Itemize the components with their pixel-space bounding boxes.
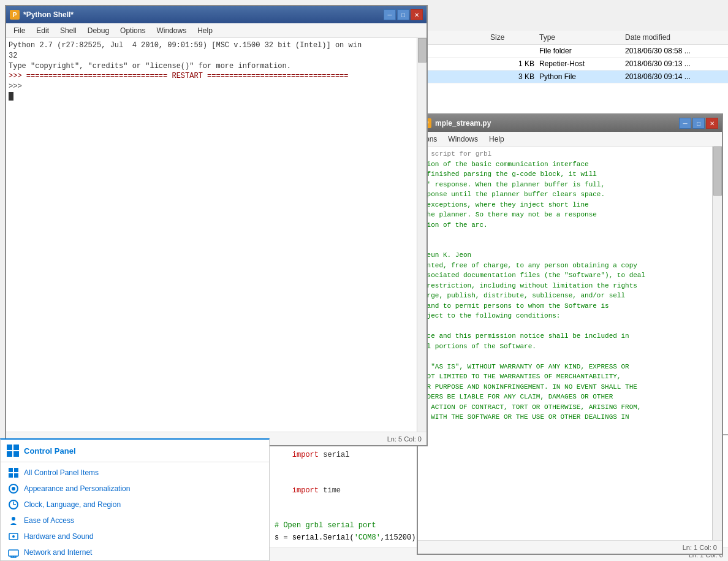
shell-restart-line: >>> ================================ RES… <box>9 71 424 82</box>
file-row-selected[interactable]: 3 KB Python File 2018/06/30 09:14 ... <box>423 71 728 83</box>
file-size-1: 1 KB <box>490 59 539 68</box>
code-editor-controls: ─ □ ✕ <box>679 118 718 129</box>
svg-rect-7 <box>14 473 18 478</box>
menu-debug[interactable]: Debug <box>83 25 114 36</box>
clock-icon <box>8 499 19 510</box>
cp-item-hardware[interactable]: Hardware and Sound <box>1 529 269 544</box>
cp-item-clock[interactable]: Clock, Language, and Region <box>1 497 269 513</box>
file-size-2: 3 KB <box>490 72 539 81</box>
code-line: erge, publish, distribute, sublicense, a… <box>423 291 717 301</box>
svg-point-15 <box>12 535 15 538</box>
cp-item-label: Ease of Access <box>24 516 74 525</box>
python-shell-menubar: File Edit Shell Debug Options Windows He… <box>6 23 427 38</box>
menu-edit[interactable]: Edit <box>31 25 54 36</box>
code-line <box>423 321 717 332</box>
cp-item-label: Network and Internet <box>24 548 92 557</box>
python-shell-titlebar[interactable]: P *Python Shell* ─ □ ✕ <box>6 6 427 23</box>
python-shell-close[interactable]: ✕ <box>411 9 423 20</box>
code-content: # script for grbl tion of the basic comm… <box>418 147 722 540</box>
code-line: al portions of the Software. <box>423 342 717 352</box>
svg-rect-16 <box>9 550 18 556</box>
svg-rect-2 <box>7 451 12 457</box>
file-type-1: Repetier-Host <box>539 59 625 68</box>
file-table-header: Size Type Date modified <box>423 31 728 45</box>
cp-item-network[interactable]: Network and Internet <box>1 544 269 560</box>
code-line: LDERS BE LIABLE FOR ANY CLAIM, DAMAGES O… <box>423 392 717 402</box>
svg-rect-3 <box>13 451 19 457</box>
code-text: time <box>319 486 341 495</box>
col-header-size: Size <box>490 33 539 42</box>
cp-item-all[interactable]: All Control Panel Items <box>1 465 269 481</box>
scrollbar-thumb[interactable] <box>418 38 427 63</box>
code-line: r' response. When the planner buffer is … <box>423 180 717 190</box>
file-type-2: Python File <box>539 72 625 81</box>
shell-line: Type "copyright", "credits" or "license(… <box>9 61 424 72</box>
code-line: exceptions, where they inject short line <box>423 200 717 210</box>
file-date-2: 2018/06/30 09:14 ... <box>625 72 723 81</box>
shell-position: Ln: 5 Col: 0 <box>387 435 422 443</box>
python-shell-controls: ─ □ ✕ <box>384 9 423 20</box>
col-header-type: Type <box>539 33 625 42</box>
menu-windows[interactable]: Windows <box>151 25 191 36</box>
code-line: # script for grbl <box>423 149 717 159</box>
code-line: the planner. So there may not be a respo… <box>423 210 717 220</box>
file-date-1: 2018/06/30 09:13 ... <box>625 59 723 68</box>
cp-item-label: Hardware and Sound <box>24 532 93 541</box>
code-line: NOT LIMITED TO THE WARRANTIES OF MERCHAN… <box>423 372 717 382</box>
menu-help[interactable]: Help <box>192 25 218 36</box>
svg-point-13 <box>12 517 15 521</box>
code-editor-scrollbar[interactable] <box>712 147 722 540</box>
ease-icon <box>8 515 19 526</box>
shell-prompt-line: >>> <box>9 82 424 92</box>
code-line: ice and this permission notice shall be … <box>423 331 717 342</box>
code-text: serial <box>319 451 349 459</box>
menu-file[interactable]: File <box>9 25 30 36</box>
shell-scrollbar[interactable] <box>417 38 427 432</box>
hardware-icon <box>8 531 19 542</box>
file-row[interactable]: File folder 2018/06/30 08:58 ... <box>423 45 728 58</box>
control-panel-items: All Control Panel Items Appearance and P… <box>1 462 269 561</box>
python-shell-icon: P <box>10 10 20 20</box>
keyword-import2: import <box>292 486 319 495</box>
svg-rect-4 <box>9 468 13 472</box>
menu-help[interactable]: Help <box>484 134 509 145</box>
code-editor-menubar: ons Windows Help <box>418 132 722 147</box>
python-shell-restore[interactable]: □ <box>397 9 409 20</box>
svg-rect-1 <box>13 445 19 450</box>
control-panel: Control Panel All Control Panel Items Ap… <box>0 438 270 561</box>
cp-item-label: Appearance and Personalization <box>24 484 130 493</box>
code-line: sponse until the planner buffer clears s… <box>423 189 717 200</box>
scrollbar-thumb[interactable] <box>713 147 722 196</box>
code-line: anted, free of charge, to any person obt… <box>423 261 717 271</box>
col-header-date: Date modified <box>625 33 723 42</box>
code-editor-window: P mple_stream.py ─ □ ✕ ons Windows Help … <box>417 113 723 555</box>
cp-item-label: All Control Panel Items <box>24 468 99 477</box>
shell-content: Python 2.7 (r27:82525, Jul 4 2010, 09:01… <box>6 38 427 432</box>
control-panel-header: Control Panel <box>1 440 269 462</box>
code-editor-close[interactable]: ✕ <box>706 118 718 129</box>
cp-item-label: Clock, Language, and Region <box>24 500 121 509</box>
python-shell-window: P *Python Shell* ─ □ ✕ File Edit Shell D… <box>5 5 428 446</box>
file-row[interactable]: 1 KB Repetier-Host 2018/06/30 09:13 ... <box>423 58 728 71</box>
python-shell-title: *Python Shell* <box>23 10 74 19</box>
code-editor-position: Ln: 1 Col: 0 <box>683 544 717 551</box>
network-icon <box>8 547 19 558</box>
code-line <box>423 230 717 240</box>
code-line: finished parsing the g-code block, it wi… <box>423 169 717 180</box>
file-type-0: File folder <box>539 47 625 55</box>
appearance-icon <box>8 483 19 494</box>
cp-item-ease[interactable]: Ease of Access <box>1 513 269 529</box>
control-panel-icon <box>6 443 20 458</box>
menu-shell[interactable]: Shell <box>55 25 82 36</box>
svg-rect-0 <box>7 445 12 450</box>
code-editor-minimize[interactable]: ─ <box>679 118 691 129</box>
shell-line: Python 2.7 (r27:82525, Jul 4 2010, 09:01… <box>9 40 424 51</box>
menu-options[interactable]: Options <box>115 25 150 36</box>
menu-windows[interactable]: Windows <box>443 134 483 145</box>
control-panel-title: Control Panel <box>24 446 76 456</box>
svg-rect-5 <box>14 468 18 472</box>
code-editor-restore[interactable]: □ <box>692 118 705 129</box>
python-shell-minimize[interactable]: ─ <box>384 9 396 20</box>
cp-item-appearance[interactable]: Appearance and Personalization <box>1 481 269 497</box>
code-editor-titlebar[interactable]: P mple_stream.py ─ □ ✕ <box>418 115 722 132</box>
